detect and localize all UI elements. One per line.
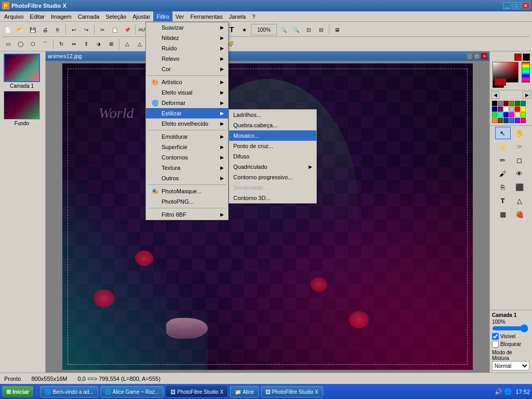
menu-mosaico[interactable]: Mosaico...: [229, 130, 316, 141]
menu-efeito-envelhecido[interactable]: Efeito envelhecido ▶: [146, 118, 228, 129]
menu-efeito-visual[interactable]: Efeito visual ▶: [146, 87, 228, 98]
menu-photopng[interactable]: PhotoPNG...: [146, 196, 228, 207]
menu-textura[interactable]: Textura ▶: [146, 163, 228, 173]
undo-button[interactable]: ↩: [68, 24, 79, 35]
palette-color-teal[interactable]: [521, 101, 526, 106]
resize-btn[interactable]: ⊞: [105, 38, 117, 50]
locked-checkbox[interactable]: [492, 341, 499, 348]
hand-tool[interactable]: ☞: [512, 140, 527, 153]
menu-emoldurar[interactable]: Emoldurar ▶: [146, 131, 228, 142]
prev-palette-btn[interactable]: ◀: [491, 91, 499, 99]
menu-ruido[interactable]: Ruído ▶: [146, 43, 228, 54]
palette-color-red[interactable]: [515, 107, 520, 112]
menu-filtro[interactable]: Filtro: [153, 11, 172, 21]
opacity-slider[interactable]: [492, 326, 528, 331]
extra-tool[interactable]: 🍓: [512, 208, 527, 220]
palette-color-yellow[interactable]: [521, 107, 526, 112]
zoom-in-btn[interactable]: 🔍: [278, 24, 289, 35]
color-picker-area[interactable]: [493, 62, 530, 88]
menu-contornos[interactable]: Contornos ▶: [146, 152, 228, 163]
gradient-tool[interactable]: ▦: [495, 208, 511, 220]
color-spectrum[interactable]: [522, 62, 530, 83]
zoom-value[interactable]: 100%: [251, 24, 277, 35]
palette-color-magenta[interactable]: [509, 112, 514, 117]
eye-tool[interactable]: 👁: [512, 167, 527, 180]
menu-ferramentas[interactable]: Ferramentas: [187, 11, 225, 21]
palette-color-lightblue[interactable]: [509, 118, 514, 123]
brush-tool[interactable]: 🖌: [495, 167, 511, 180]
visible-checkbox[interactable]: [492, 333, 499, 340]
palette-color-lime[interactable]: [492, 112, 497, 117]
close-button[interactable]: ✕: [522, 2, 530, 9]
select-ellipse-btn[interactable]: ◯: [15, 38, 26, 50]
palette-color-green[interactable]: [515, 101, 520, 106]
palette-color-brown[interactable]: [498, 118, 503, 123]
flip-v-btn[interactable]: ⇕: [81, 38, 92, 50]
select-lasso-btn[interactable]: ⌒: [39, 38, 51, 50]
shape3-btn[interactable]: △: [134, 38, 145, 50]
menu-photomasque[interactable]: 🎭 PhotoMasque...: [146, 186, 228, 196]
menu-camada[interactable]: Camada: [75, 11, 103, 21]
transform-btn[interactable]: ⬗: [93, 38, 104, 50]
select-rect-btn[interactable]: ▭: [2, 38, 14, 50]
maximize-button[interactable]: □: [512, 2, 521, 9]
palette-color-darkblue[interactable]: [503, 118, 509, 123]
canvas-close[interactable]: ✕: [481, 53, 487, 59]
blend-mode-select[interactable]: Normal Multiplicar Tela Sobrepor Escurec…: [492, 361, 529, 370]
shape-tool[interactable]: △: [512, 194, 527, 207]
menu-relevo[interactable]: Relevo ▶: [146, 54, 228, 64]
palette-color-navy[interactable]: [492, 107, 497, 112]
canvas-maximize[interactable]: □: [474, 53, 480, 59]
menu-suavizar[interactable]: Suavizar ▶: [146, 22, 228, 33]
menu-editar[interactable]: Editar: [26, 11, 48, 21]
rotate-btn[interactable]: ↻: [56, 38, 67, 50]
menu-ponto-cruz[interactable]: Ponto de cruz...: [229, 141, 316, 151]
palette-color-maroon[interactable]: [503, 101, 509, 106]
palette-color-lightyellow[interactable]: [515, 112, 520, 117]
menu-ajustar[interactable]: Ajustar: [129, 11, 153, 21]
menu-ver[interactable]: Ver: [172, 11, 188, 21]
move-tool[interactable]: ✋: [512, 127, 527, 139]
palette-color-olive[interactable]: [509, 101, 514, 106]
palette-color-black[interactable]: [492, 101, 497, 106]
cut-button[interactable]: ✂: [97, 24, 108, 35]
taskbar-item-0[interactable]: 🌐 Bem-vindo a ad...: [40, 386, 98, 397]
menu-nitidez[interactable]: Nitidez ▶: [146, 33, 228, 43]
fill-tool[interactable]: ⬛: [512, 181, 527, 193]
wand-tool[interactable]: ⚡: [495, 140, 511, 153]
menu-outros[interactable]: Outros ▶: [146, 173, 228, 183]
duplicate-button[interactable]: ⎘: [52, 24, 63, 35]
menu-deformar[interactable]: 🌀 Deformar ▶: [146, 98, 228, 108]
zoom-fit-btn[interactable]: ⊡: [303, 24, 314, 35]
flip-h-btn[interactable]: ⇔: [68, 38, 79, 50]
palette-color-orange[interactable]: [492, 118, 497, 123]
new-button[interactable]: 📄: [2, 24, 14, 35]
open-button[interactable]: 📂: [15, 24, 26, 35]
start-button[interactable]: ⊞ Iniciar: [2, 386, 33, 397]
zoom-100-btn[interactable]: ⊟: [315, 24, 327, 35]
pencil-tool[interactable]: ✏: [495, 154, 511, 166]
menu-contorno-3d[interactable]: Contorno 3D...: [229, 193, 316, 203]
menu-arquivo[interactable]: Arquivo: [1, 11, 26, 21]
palette-color-purple[interactable]: [498, 107, 503, 112]
palette-color-cyan[interactable]: [498, 112, 503, 117]
next-palette-btn[interactable]: ▶: [523, 91, 531, 99]
taskbar-item-1[interactable]: 🌐 Alice Game ~ Roz...: [100, 386, 164, 397]
select-polygon-btn[interactable]: ⬡: [27, 38, 38, 50]
palette-color-silver[interactable]: [509, 107, 514, 112]
palette-color-rose[interactable]: [521, 118, 526, 123]
menu-estilizar[interactable]: Estilizar ▶: [146, 108, 228, 118]
menu-cor[interactable]: Cor ▶: [146, 64, 228, 74]
palette-color-white[interactable]: [503, 107, 509, 112]
menu-artistico[interactable]: 🎨 Artístico ▶: [146, 77, 228, 87]
redo-button[interactable]: ↪: [81, 24, 92, 35]
taskbar-item-3[interactable]: 📁 Alice: [230, 386, 259, 397]
palette-color-blue[interactable]: [503, 112, 509, 117]
select-tool[interactable]: ↖: [495, 127, 511, 139]
menu-imagem[interactable]: Imagem: [48, 11, 75, 21]
palette-color-gray[interactable]: [498, 101, 503, 106]
canvas-minimize[interactable]: _: [467, 53, 473, 59]
menu-contorno-progressivo[interactable]: Contorno progressivo...: [229, 172, 316, 182]
menu-selecao[interactable]: Seleção: [102, 11, 129, 21]
menu-quadriculado[interactable]: Quadriculado ▶: [229, 162, 316, 172]
